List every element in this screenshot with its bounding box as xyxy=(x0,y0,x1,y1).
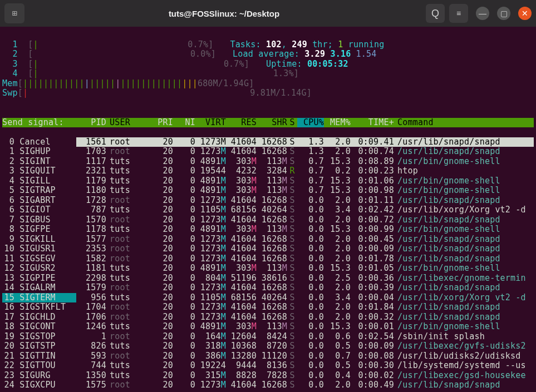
signal-item[interactable]: 12 SIGUSR2 xyxy=(2,264,76,274)
process-row[interactable]: 3 SIGQUIT2321tuts2001954442323284R0.70.2… xyxy=(2,166,534,176)
window-title: tuts@FOSSlinux: ~/Desktop xyxy=(27,9,421,18)
process-row[interactable]: 0 Cancel1561root2001273M4160416268S1.32.… xyxy=(2,137,534,147)
new-tab-button[interactable]: ⊞ xyxy=(4,3,24,23)
signal-item[interactable]: 3 SIGQUIT xyxy=(2,166,76,176)
signal-item[interactable]: 24 SIGXCPU xyxy=(2,380,76,390)
process-row[interactable]: 6 SIGABRT1728root2001273M4160416268S0.02… xyxy=(2,196,534,206)
signal-item[interactable]: 16 SIGSTKFLT xyxy=(2,302,76,312)
process-row[interactable]: 5 SIGTRAP1180tuts2004891M303M113MS0.715.… xyxy=(2,186,534,196)
signal-item[interactable]: 11 SIGSEGV xyxy=(2,254,76,264)
col-shr[interactable]: SHR xyxy=(257,118,287,128)
menu-button[interactable]: ≡ xyxy=(449,4,468,23)
process-row[interactable]: 14 SIGALRM1579root2001273M4160416268S0.0… xyxy=(2,283,534,293)
col-ni[interactable]: NI xyxy=(173,118,195,128)
signal-item[interactable]: 10 SIGUSR1 xyxy=(2,244,76,254)
minimize-button[interactable]: — xyxy=(476,7,489,20)
signal-item[interactable]: 6 SIGABRT xyxy=(2,196,76,206)
signal-item[interactable]: 1 SIGHUP xyxy=(2,147,76,157)
signal-item[interactable]: 8 SIGFPE xyxy=(2,225,76,235)
search-button[interactable]: Q xyxy=(426,4,445,23)
process-row[interactable]: 12 SIGUSR21181tuts2004891M303M113MS0.015… xyxy=(2,264,534,274)
close-button[interactable]: ✕ xyxy=(518,7,532,20)
process-row[interactable]: 6 SIGIOT787tuts2001105M6815640264S0.03.4… xyxy=(2,205,534,215)
signal-item[interactable]: 17 SIGCHLD xyxy=(2,312,76,322)
terminal[interactable]: 1 [|0.7%]Tasks: 102, 249 thr; 1 running … xyxy=(0,27,536,392)
signal-item[interactable]: 23 SIGURG xyxy=(2,371,76,381)
col-s[interactable]: S xyxy=(287,118,297,128)
signal-item[interactable]: 21 SIGTTIN xyxy=(2,351,76,361)
process-list[interactable]: 0 Cancel1561root2001273M4160416268S1.32.… xyxy=(2,137,534,390)
process-row[interactable]: 15 SIGTERM956tuts2001105M6815640264S0.03… xyxy=(2,293,534,303)
process-row[interactable]: 19 SIGSTOP1root200164M126048424S0.00.60:… xyxy=(2,332,534,342)
process-row[interactable]: 20 SIGTSTP826tuts200318M103688720S0.00.5… xyxy=(2,341,534,351)
col-res[interactable]: RES xyxy=(226,118,257,128)
process-row[interactable]: 2 SIGINT1117tuts2004891M303M113MS0.715.3… xyxy=(2,157,534,167)
col-command[interactable]: Command xyxy=(394,118,534,128)
process-row[interactable]: 8 SIGFPE1178tuts2004891M303M113MS0.015.3… xyxy=(2,225,534,235)
signal-item[interactable]: 5 SIGTRAP xyxy=(2,186,76,196)
col-time[interactable]: TIME+ xyxy=(351,118,394,128)
process-row[interactable]: 16 SIGSTKFLT1704root2001273M4160416268S0… xyxy=(2,302,534,312)
maximize-button[interactable]: ▢ xyxy=(497,7,510,20)
col-virt[interactable]: VIRT xyxy=(195,118,226,128)
window-titlebar: ⊞ tuts@FOSSlinux: ~/Desktop Q ≡ — ▢ ✕ xyxy=(0,0,536,27)
signal-item[interactable]: 7 SIGBUS xyxy=(2,215,76,225)
process-row[interactable]: 17 SIGCHLD1706root2001273M4160416268S0.0… xyxy=(2,312,534,322)
signal-item[interactable]: 9 SIGKILL xyxy=(2,235,76,245)
signal-item[interactable]: 19 SIGSTOP xyxy=(2,332,76,342)
process-row[interactable]: 9 SIGKILL1577root2001273M4160416268S0.02… xyxy=(2,235,534,245)
signal-item[interactable]: 18 SIGCONT xyxy=(2,322,76,332)
signal-item[interactable]: 22 SIGTTOU xyxy=(2,361,76,371)
process-row[interactable]: 23 SIGURG1350tuts200315M88287828S0.00.40… xyxy=(2,371,534,381)
signal-item[interactable]: 4 SIGILL xyxy=(2,176,76,186)
signal-prompt: Send signal: xyxy=(2,118,76,128)
process-row[interactable]: 11 SIGSEGV1582root2001273M4160416268S0.0… xyxy=(2,254,534,264)
signal-item[interactable]: 14 SIGALRM xyxy=(2,283,76,293)
process-row[interactable]: 22 SIGTTOU744tuts2001922494448136S0.00.5… xyxy=(2,361,534,371)
col-mem[interactable]: MEM% xyxy=(324,118,351,128)
col-pri[interactable]: PRI xyxy=(151,118,173,128)
process-row[interactable]: 7 SIGBUS1570root2001273M4160416268S0.02.… xyxy=(2,215,534,225)
col-user[interactable]: USER xyxy=(106,118,151,128)
process-row[interactable]: 24 SIGXCPU1575root2001273M4160416268S0.0… xyxy=(2,380,534,390)
signal-item[interactable]: 20 SIGTSTP xyxy=(2,341,76,351)
signal-item[interactable]: 2 SIGINT xyxy=(2,157,76,167)
process-row[interactable]: 1 SIGHUP1703root2001273M4160416268S1.32.… xyxy=(2,147,534,157)
signal-item[interactable]: 13 SIGPIPE xyxy=(2,274,76,284)
process-row[interactable]: 21 SIGTTIN593root200386M1328011120S0.00.… xyxy=(2,351,534,361)
process-row[interactable]: 13 SIGPIPE2298tuts200804M5119638616S0.02… xyxy=(2,274,534,284)
col-cpu[interactable]: CPU% xyxy=(297,118,324,128)
process-row[interactable]: 18 SIGCONT1246tuts2004891M303M113MS0.015… xyxy=(2,322,534,332)
col-pid[interactable]: PID xyxy=(76,118,106,128)
process-row[interactable]: 4 SIGILL1179tuts2004891M303M113MS0.715.3… xyxy=(2,176,534,186)
signal-item[interactable]: 0 Cancel xyxy=(2,137,76,147)
header-row: Send signal: PID USER PRI NI VIRT RES SH… xyxy=(2,118,534,128)
signal-item[interactable]: 15 SIGTERM xyxy=(2,293,76,303)
process-row[interactable]: 10 SIGUSR12353root2001273M4160416268S0.0… xyxy=(2,244,534,254)
signal-item[interactable]: 6 SIGIOT xyxy=(2,205,76,215)
